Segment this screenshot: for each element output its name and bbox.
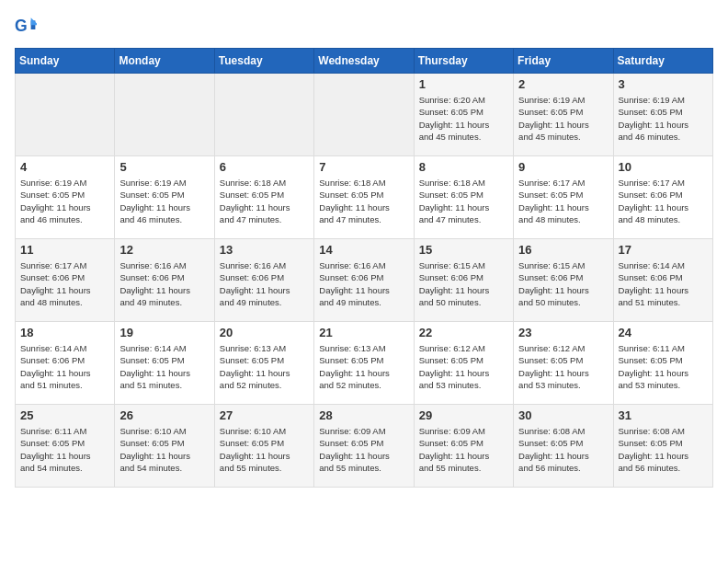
weekday-header-friday: Friday	[514, 49, 613, 74]
week-row-3: 11Sunrise: 6:17 AM Sunset: 6:06 PM Dayli…	[16, 239, 713, 322]
calendar-cell: 15Sunrise: 6:15 AM Sunset: 6:06 PM Dayli…	[414, 239, 513, 322]
calendar-cell: 13Sunrise: 6:16 AM Sunset: 6:06 PM Dayli…	[214, 239, 313, 322]
calendar-cell: 30Sunrise: 6:08 AM Sunset: 6:05 PM Dayli…	[514, 405, 613, 488]
day-info: Sunrise: 6:16 AM Sunset: 6:06 PM Dayligh…	[119, 259, 209, 308]
day-info: Sunrise: 6:19 AM Sunset: 6:05 PM Dayligh…	[518, 94, 608, 143]
calendar-cell: 23Sunrise: 6:12 AM Sunset: 6:05 PM Dayli…	[514, 322, 613, 405]
calendar-cell: 8Sunrise: 6:18 AM Sunset: 6:05 PM Daylig…	[414, 156, 513, 239]
calendar-cell: 12Sunrise: 6:16 AM Sunset: 6:06 PM Dayli…	[115, 239, 214, 322]
day-number: 1	[419, 77, 508, 91]
calendar-cell: 20Sunrise: 6:13 AM Sunset: 6:05 PM Dayli…	[214, 322, 313, 405]
day-number: 19	[119, 326, 209, 339]
calendar-cell: 24Sunrise: 6:11 AM Sunset: 6:05 PM Dayli…	[613, 322, 712, 405]
day-info: Sunrise: 6:15 AM Sunset: 6:06 PM Dayligh…	[419, 259, 508, 308]
day-info: Sunrise: 6:15 AM Sunset: 6:06 PM Dayligh…	[518, 259, 608, 308]
day-info: Sunrise: 6:11 AM Sunset: 6:05 PM Dayligh…	[619, 342, 708, 391]
calendar-cell: 19Sunrise: 6:14 AM Sunset: 6:05 PM Dayli…	[115, 322, 214, 405]
svg-text:G: G	[15, 17, 28, 35]
day-number: 8	[419, 160, 508, 174]
page-header: G	[15, 15, 713, 37]
calendar-cell: 10Sunrise: 6:17 AM Sunset: 6:06 PM Dayli…	[613, 156, 712, 239]
calendar-cell: 28Sunrise: 6:09 AM Sunset: 6:05 PM Dayli…	[314, 405, 414, 488]
calendar-cell: 26Sunrise: 6:10 AM Sunset: 6:05 PM Dayli…	[115, 405, 214, 488]
week-row-2: 4Sunrise: 6:19 AM Sunset: 6:05 PM Daylig…	[16, 156, 713, 239]
day-info: Sunrise: 6:17 AM Sunset: 6:06 PM Dayligh…	[619, 177, 708, 225]
day-number: 9	[518, 160, 608, 174]
calendar-cell	[214, 74, 313, 156]
day-info: Sunrise: 6:11 AM Sunset: 6:05 PM Dayligh…	[20, 425, 109, 474]
day-number: 30	[518, 408, 608, 422]
calendar-cell: 11Sunrise: 6:17 AM Sunset: 6:06 PM Dayli…	[16, 239, 115, 322]
calendar-cell: 21Sunrise: 6:13 AM Sunset: 6:05 PM Dayli…	[314, 322, 414, 405]
day-number: 16	[518, 243, 608, 257]
day-number: 25	[20, 408, 109, 422]
calendar-cell: 29Sunrise: 6:09 AM Sunset: 6:05 PM Dayli…	[414, 405, 513, 488]
day-info: Sunrise: 6:14 AM Sunset: 6:06 PM Dayligh…	[20, 342, 109, 391]
day-info: Sunrise: 6:12 AM Sunset: 6:05 PM Dayligh…	[518, 342, 608, 391]
calendar-cell: 6Sunrise: 6:18 AM Sunset: 6:05 PM Daylig…	[214, 156, 313, 239]
day-number: 29	[419, 408, 508, 422]
day-info: Sunrise: 6:09 AM Sunset: 6:05 PM Dayligh…	[419, 425, 508, 474]
calendar-cell: 22Sunrise: 6:12 AM Sunset: 6:05 PM Dayli…	[414, 322, 513, 405]
day-info: Sunrise: 6:18 AM Sunset: 6:05 PM Dayligh…	[220, 177, 309, 225]
day-number: 23	[518, 326, 608, 339]
weekday-header-monday: Monday	[115, 49, 214, 74]
day-number: 27	[220, 408, 309, 422]
calendar-cell: 18Sunrise: 6:14 AM Sunset: 6:06 PM Dayli…	[16, 322, 115, 405]
day-info: Sunrise: 6:08 AM Sunset: 6:05 PM Dayligh…	[518, 425, 608, 474]
week-row-5: 25Sunrise: 6:11 AM Sunset: 6:05 PM Dayli…	[16, 405, 713, 488]
day-number: 2	[518, 77, 608, 91]
calendar-cell: 16Sunrise: 6:15 AM Sunset: 6:06 PM Dayli…	[514, 239, 613, 322]
day-info: Sunrise: 6:19 AM Sunset: 6:05 PM Dayligh…	[20, 177, 109, 225]
calendar-cell: 1Sunrise: 6:20 AM Sunset: 6:05 PM Daylig…	[414, 74, 513, 156]
calendar-cell: 17Sunrise: 6:14 AM Sunset: 6:06 PM Dayli…	[613, 239, 712, 322]
day-info: Sunrise: 6:14 AM Sunset: 6:05 PM Dayligh…	[119, 342, 209, 391]
day-number: 17	[619, 243, 708, 257]
day-number: 12	[119, 243, 209, 257]
day-number: 10	[619, 160, 708, 174]
week-row-1: 1Sunrise: 6:20 AM Sunset: 6:05 PM Daylig…	[16, 74, 713, 156]
day-number: 3	[619, 77, 708, 91]
day-number: 4	[20, 160, 109, 174]
logo: G	[15, 15, 40, 37]
week-row-4: 18Sunrise: 6:14 AM Sunset: 6:06 PM Dayli…	[16, 322, 713, 405]
day-number: 13	[220, 243, 309, 257]
weekday-header-thursday: Thursday	[414, 49, 513, 74]
day-info: Sunrise: 6:18 AM Sunset: 6:05 PM Dayligh…	[319, 177, 408, 225]
day-info: Sunrise: 6:17 AM Sunset: 6:05 PM Dayligh…	[518, 177, 608, 225]
calendar-cell: 25Sunrise: 6:11 AM Sunset: 6:05 PM Dayli…	[16, 405, 115, 488]
calendar-cell: 9Sunrise: 6:17 AM Sunset: 6:05 PM Daylig…	[514, 156, 613, 239]
day-info: Sunrise: 6:16 AM Sunset: 6:06 PM Dayligh…	[319, 259, 408, 308]
calendar-table: SundayMondayTuesdayWednesdayThursdayFrid…	[15, 48, 713, 488]
day-info: Sunrise: 6:19 AM Sunset: 6:05 PM Dayligh…	[119, 177, 209, 225]
day-number: 11	[20, 243, 109, 257]
day-number: 31	[619, 408, 708, 422]
calendar-cell	[16, 74, 115, 156]
weekday-header-saturday: Saturday	[613, 49, 712, 74]
calendar-cell	[314, 74, 414, 156]
day-info: Sunrise: 6:16 AM Sunset: 6:06 PM Dayligh…	[220, 259, 309, 308]
logo-icon: G	[15, 15, 37, 37]
day-number: 5	[119, 160, 209, 174]
day-info: Sunrise: 6:08 AM Sunset: 6:05 PM Dayligh…	[619, 425, 708, 474]
weekday-header-sunday: Sunday	[16, 49, 115, 74]
svg-marker-2	[31, 17, 37, 25]
calendar-cell: 14Sunrise: 6:16 AM Sunset: 6:06 PM Dayli…	[314, 239, 414, 322]
day-number: 26	[119, 408, 209, 422]
calendar-cell: 5Sunrise: 6:19 AM Sunset: 6:05 PM Daylig…	[115, 156, 214, 239]
day-info: Sunrise: 6:19 AM Sunset: 6:05 PM Dayligh…	[619, 94, 708, 143]
day-info: Sunrise: 6:17 AM Sunset: 6:06 PM Dayligh…	[20, 259, 109, 308]
day-number: 21	[319, 326, 408, 339]
calendar-cell: 7Sunrise: 6:18 AM Sunset: 6:05 PM Daylig…	[314, 156, 414, 239]
day-number: 18	[20, 326, 109, 339]
day-info: Sunrise: 6:09 AM Sunset: 6:05 PM Dayligh…	[319, 425, 408, 474]
weekday-header-tuesday: Tuesday	[214, 49, 313, 74]
day-info: Sunrise: 6:18 AM Sunset: 6:05 PM Dayligh…	[419, 177, 508, 225]
day-info: Sunrise: 6:13 AM Sunset: 6:05 PM Dayligh…	[220, 342, 309, 391]
day-number: 15	[419, 243, 508, 257]
calendar-cell: 31Sunrise: 6:08 AM Sunset: 6:05 PM Dayli…	[613, 405, 712, 488]
day-info: Sunrise: 6:13 AM Sunset: 6:05 PM Dayligh…	[319, 342, 408, 391]
day-number: 6	[220, 160, 309, 174]
day-info: Sunrise: 6:14 AM Sunset: 6:06 PM Dayligh…	[619, 259, 708, 308]
weekday-header-wednesday: Wednesday	[314, 49, 414, 74]
